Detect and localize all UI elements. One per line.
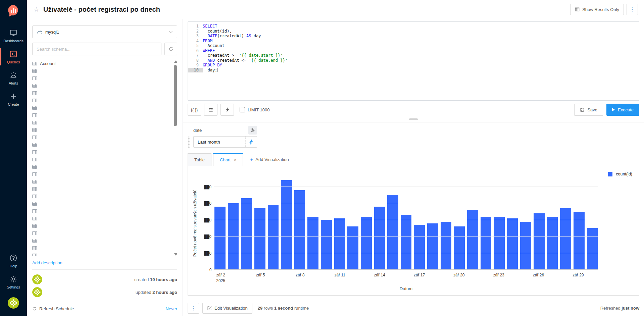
code-line[interactable]: 6WHERE	[188, 48, 639, 53]
bar[interactable]	[387, 195, 398, 270]
schema-table-row[interactable]	[32, 74, 171, 82]
schema-refresh-button[interactable]	[164, 43, 177, 55]
code-line[interactable]: 10 day;	[188, 68, 639, 73]
code-line[interactable]: 7 createdAt >= '{{ date.start }}'	[188, 53, 639, 58]
favorite-star-icon[interactable]: ☆	[34, 6, 39, 13]
dynamic-value-icon[interactable]	[245, 137, 257, 147]
bar[interactable]	[401, 215, 412, 270]
creator-avatar[interactable]	[32, 274, 42, 284]
bar[interactable]	[334, 218, 345, 270]
schema-table-row[interactable]	[32, 200, 171, 207]
sidebar-item-settings[interactable]: Settings	[0, 271, 27, 293]
bar[interactable]	[361, 217, 372, 270]
bar[interactable]	[467, 210, 478, 270]
show-results-only-button[interactable]: Show Results Only	[570, 4, 624, 15]
schema-table-row[interactable]	[32, 178, 171, 185]
bar[interactable]	[254, 208, 265, 270]
limit-checkbox[interactable]	[240, 107, 245, 112]
parameter-settings-button[interactable]	[248, 126, 257, 135]
bar[interactable]	[454, 226, 465, 270]
schema-table-row[interactable]	[32, 229, 171, 237]
scrollbar-thumb[interactable]	[174, 65, 177, 126]
bar[interactable]	[307, 217, 318, 270]
bar[interactable]	[281, 180, 292, 270]
schema-search-input[interactable]	[32, 43, 161, 55]
code-line[interactable]: 2 count(id),	[188, 29, 639, 34]
code-line[interactable]: 9GROUP BY	[188, 63, 639, 68]
bar[interactable]	[374, 207, 385, 270]
bar[interactable]	[228, 203, 239, 270]
refresh-schedule-value[interactable]: Never	[165, 306, 177, 311]
bar[interactable]	[414, 225, 425, 270]
schema-table-row[interactable]	[32, 185, 171, 193]
sidebar-item-create[interactable]: Create	[0, 89, 27, 110]
save-button[interactable]: Save	[574, 104, 603, 116]
schema-table-row[interactable]	[32, 134, 171, 141]
add-description-link[interactable]: Add description	[32, 260, 62, 265]
schema-table-row[interactable]	[32, 215, 171, 222]
bar[interactable]	[268, 205, 279, 270]
parameter-drag-handle[interactable]	[188, 136, 191, 148]
schema-table-row[interactable]	[32, 111, 171, 119]
schema-table-row[interactable]	[32, 244, 171, 252]
date-parameter-input[interactable]: Last month	[193, 136, 257, 148]
bar[interactable]	[427, 223, 438, 270]
schema-table-row[interactable]	[32, 163, 171, 170]
code-line[interactable]: 1SELECT	[188, 24, 639, 29]
schema-table-row[interactable]	[32, 67, 171, 74]
tab-table[interactable]: Table	[188, 153, 211, 166]
schema-table-row[interactable]	[32, 148, 171, 156]
sidebar-item-dashboards[interactable]: Dashboards	[0, 25, 27, 46]
scroll-down-arrow[interactable]	[174, 253, 177, 256]
visualization-menu-button[interactable]: ⋮	[188, 303, 199, 314]
bar[interactable]	[321, 220, 332, 270]
bar[interactable]	[441, 222, 452, 270]
bar[interactable]	[574, 212, 585, 270]
execute-button[interactable]: Execute	[606, 104, 639, 116]
schema-table-row[interactable]	[32, 193, 171, 200]
splitter-grip[interactable]	[409, 118, 418, 120]
bar[interactable]	[241, 198, 252, 270]
bar[interactable]	[587, 228, 598, 270]
schema-table-row[interactable]	[32, 89, 171, 97]
bar[interactable]	[534, 213, 545, 270]
schema-table-row[interactable]	[32, 207, 171, 215]
bar[interactable]	[294, 190, 305, 270]
code-line[interactable]: 8 AND createdAt <= '{{ date.end }}'	[188, 58, 639, 63]
sidebar-item-help[interactable]: Help	[0, 250, 27, 271]
autocomplete-toggle-button[interactable]	[220, 104, 234, 116]
chart-legend[interactable]: count(id)	[608, 172, 632, 176]
schema-table-row[interactable]	[32, 156, 171, 163]
add-parameter-button[interactable]: {{ }}	[188, 104, 201, 116]
user-avatar[interactable]	[8, 297, 19, 309]
bar[interactable]	[494, 217, 505, 270]
schema-table-row[interactable]	[32, 170, 171, 178]
schema-table-row[interactable]	[32, 119, 171, 126]
redash-logo[interactable]	[7, 4, 20, 18]
schema-table-row[interactable]	[32, 237, 171, 244]
bar[interactable]	[560, 208, 571, 270]
bar[interactable]	[520, 222, 531, 270]
bar[interactable]	[547, 217, 558, 270]
format-query-button[interactable]	[204, 104, 217, 116]
schema-table-row[interactable]: Account	[32, 60, 171, 67]
bar[interactable]	[214, 207, 226, 270]
bar[interactable]	[481, 217, 492, 270]
schema-table-row[interactable]	[32, 141, 171, 148]
sidebar-item-queries[interactable]: Queries	[0, 46, 27, 67]
code-line[interactable]: 5 Account	[188, 43, 639, 48]
schema-table-row[interactable]	[32, 222, 171, 229]
bar[interactable]	[347, 226, 358, 270]
header-more-menu-button[interactable]: ⋮	[627, 4, 638, 15]
code-line[interactable]: 3 DATE(createdAt) AS day	[188, 34, 639, 39]
bar[interactable]	[507, 218, 518, 270]
tab-chart[interactable]: Chart ×	[213, 153, 243, 166]
scroll-up-arrow[interactable]	[174, 60, 177, 63]
add-visualization-button[interactable]: + Add Visualization	[245, 153, 294, 166]
sidebar-item-alerts[interactable]: Alerts	[0, 67, 27, 89]
sql-editor[interactable]: 1SELECT2 count(id),3 DATE(createdAt) AS …	[188, 21, 639, 101]
datasource-select[interactable]: mysql1	[32, 25, 177, 38]
updater-avatar[interactable]	[32, 287, 42, 297]
schema-table-row[interactable]	[32, 97, 171, 104]
schema-table-row[interactable]	[32, 82, 171, 89]
